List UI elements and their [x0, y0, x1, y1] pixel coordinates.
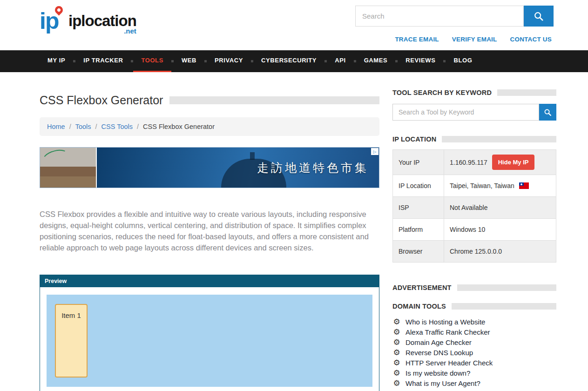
heading-decorative-bar — [457, 284, 556, 291]
domain-tool-alexa-rank-link[interactable]: Alexa Traffic Rank Checker — [406, 328, 490, 336]
list-item: ⚙ Is my website down? — [392, 368, 556, 378]
flexbox-preview-panel: Preview Item 1 — [40, 275, 379, 391]
heading-decorative-bar — [452, 303, 556, 310]
breadcrumb-current: CSS Flexbox Generator — [143, 123, 215, 130]
gear-icon: ⚙ — [392, 379, 401, 387]
ip-location-heading: IP LOCATION — [392, 135, 556, 143]
row-value: Windows 10 — [444, 219, 556, 240]
table-row: Platform Windows 10 — [393, 219, 556, 241]
preview-panel-body: Item 1 — [40, 287, 379, 391]
domain-tools-heading: DOMAIN TOOLS — [392, 303, 556, 310]
page-content: CSS Flexbox Generator Home / Tools / CSS… — [0, 72, 588, 391]
tool-search-button[interactable] — [539, 104, 556, 121]
advertisement-heading: ADVERTISEMENT — [392, 284, 556, 291]
row-label: ISP — [393, 197, 444, 218]
domain-tool-domain-age-link[interactable]: Domain Age Checker — [406, 338, 472, 346]
row-label: IP Location — [393, 175, 444, 196]
tool-search-box — [392, 104, 556, 121]
domain-tool-http-header-link[interactable]: HTTP Server Header Check — [406, 359, 493, 367]
list-item: ⚙ Domain Age Checker — [392, 337, 556, 347]
row-value: 1.160.95.117 Hide My IP — [444, 150, 556, 175]
page-title: CSS Flexbox Generator — [40, 94, 163, 107]
table-row: ISP Not Available — [393, 197, 556, 219]
list-item: ⚙ Alexa Traffic Rank Checker — [392, 327, 556, 337]
gear-icon: ⚙ — [392, 338, 401, 346]
nav-item-tools[interactable]: TOOLS — [133, 50, 171, 72]
list-item: ⚙ Reverse DNS Lookup — [392, 347, 556, 357]
tool-search-heading: TOOL SEARCH BY KEYWORD — [392, 89, 556, 96]
row-label: Browser — [393, 241, 444, 262]
trace-email-link[interactable]: TRACE EMAIL — [395, 36, 439, 43]
contact-us-link[interactable]: CONTACT US — [510, 36, 552, 43]
main-column: CSS Flexbox Generator Home / Tools / CSS… — [40, 72, 379, 391]
breadcrumb-separator: / — [137, 123, 139, 130]
intro-paragraph: CSS Flexbox provides a flexible and intu… — [40, 209, 379, 253]
list-item: ⚙ What is my User Agent? — [392, 378, 556, 388]
taiwan-flag-icon — [519, 182, 529, 189]
flex-preview-item: Item 1 — [55, 304, 88, 378]
site-logo[interactable]: ip iplocation .net — [40, 6, 136, 36]
ip-location-value: Taipei, Taiwan, Taiwan — [450, 182, 514, 189]
sidebar: TOOL SEARCH BY KEYWORD IP LOCATION Your … — [392, 72, 556, 391]
nav-item-privacy[interactable]: PRIVACY — [207, 50, 251, 72]
row-value: Not Available — [444, 197, 556, 218]
domain-tools-list: ⚙ Who is Hosting a Website ⚙ Alexa Traff… — [392, 317, 556, 388]
nav-item-ip-tracker[interactable]: IP TRACKER — [75, 50, 131, 72]
ip-location-table: Your IP 1.160.95.117 Hide My IP IP Locat… — [392, 149, 556, 263]
header-search-button[interactable] — [524, 6, 554, 27]
browser-value: Chrome 125.0.0.0 — [450, 248, 502, 255]
breadcrumb-home[interactable]: Home — [47, 123, 65, 130]
nav-item-cybersecurity[interactable]: CYBERSECURITY — [253, 50, 324, 72]
gear-icon: ⚙ — [392, 349, 401, 357]
isp-value: Not Available — [450, 204, 487, 211]
nav-item-web[interactable]: WEB — [174, 50, 204, 72]
nav-item-games[interactable]: GAMES — [356, 50, 396, 72]
gear-icon: ⚙ — [392, 328, 401, 336]
row-label: Your IP — [393, 150, 444, 175]
nav-item-reviews[interactable]: REVIEWS — [398, 50, 443, 72]
row-label: Platform — [393, 219, 444, 240]
nav-item-my-ip[interactable]: MY IP — [40, 50, 73, 72]
hide-my-ip-button[interactable]: Hide My IP — [492, 155, 535, 170]
table-row: IP Location Taipei, Taiwan, Taiwan — [393, 175, 556, 197]
nav-item-blog[interactable]: BLOG — [446, 50, 480, 72]
ad-main-image: 走訪地道特色市集 — [97, 148, 379, 188]
gear-icon: ⚙ — [392, 369, 401, 377]
search-icon — [544, 108, 552, 116]
heading-decorative-bar — [497, 89, 556, 96]
list-item: ⚙ Who is Hosting a Website — [392, 317, 556, 327]
header-links: TRACE EMAIL VERIFY EMAIL CONTACT US — [395, 36, 552, 43]
gear-icon: ⚙ — [392, 359, 401, 367]
site-header: ip iplocation .net TRACE EMAIL VERIFY EM… — [0, 0, 588, 50]
breadcrumb-css-tools[interactable]: CSS Tools — [101, 123, 133, 130]
title-row: CSS Flexbox Generator — [40, 94, 379, 107]
logo-mark: ip — [40, 6, 68, 36]
ip-address-value: 1.160.95.117 — [450, 159, 487, 166]
gear-icon: ⚙ — [392, 318, 401, 326]
header-search-input[interactable] — [355, 6, 524, 27]
ad-decorative-curve — [41, 147, 72, 169]
domain-tool-user-agent-link[interactable]: What is my User Agent? — [406, 379, 480, 387]
list-item: ⚙ HTTP Server Header Check — [392, 357, 556, 368]
breadcrumb-tools[interactable]: Tools — [75, 123, 91, 130]
nav-item-api[interactable]: API — [327, 50, 353, 72]
heading-decorative-bar — [442, 136, 556, 142]
ad-banner[interactable]: 走訪地道特色市集 ▷ — [40, 147, 379, 188]
domain-tool-hosting-link[interactable]: Who is Hosting a Website — [406, 318, 485, 326]
table-row: Browser Chrome 125.0.0.0 — [393, 241, 556, 262]
tool-search-input[interactable] — [392, 104, 539, 121]
ad-photo-thumbnail — [40, 148, 97, 188]
domain-tool-website-down-link[interactable]: Is my website down? — [406, 369, 470, 377]
logo-text: iplocation .net — [68, 6, 136, 35]
table-row: Your IP 1.160.95.117 Hide My IP — [393, 150, 556, 175]
title-decorative-bar — [169, 96, 379, 104]
flex-preview-container: Item 1 — [47, 295, 372, 387]
row-value: Taipei, Taiwan, Taiwan — [444, 175, 556, 196]
verify-email-link[interactable]: VERIFY EMAIL — [452, 36, 497, 43]
ad-choices-icon[interactable]: ▷ — [371, 148, 378, 155]
row-value: Chrome 125.0.0.0 — [444, 241, 556, 262]
breadcrumb: Home / Tools / CSS Tools / CSS Flexbox G… — [40, 117, 379, 136]
ad-headline: 走訪地道特色市集 — [257, 160, 369, 175]
platform-value: Windows 10 — [450, 226, 485, 233]
domain-tool-reverse-dns-link[interactable]: Reverse DNS Lookup — [406, 349, 473, 357]
